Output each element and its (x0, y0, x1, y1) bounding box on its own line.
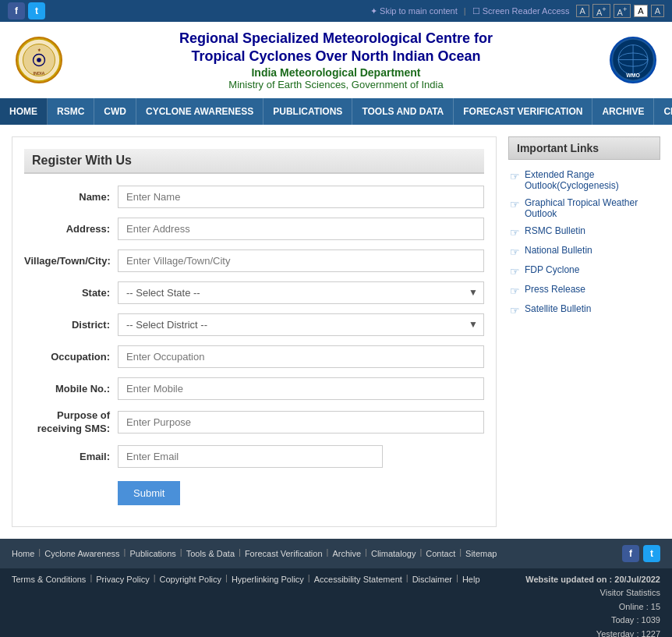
nav-home[interactable]: HOME (0, 98, 48, 125)
address-row: Address: (24, 218, 484, 240)
email-row: Email: (24, 445, 484, 468)
footer-home[interactable]: Home (12, 547, 34, 560)
footer-hyperlinking-policy[interactable]: Hyperlinking Policy (232, 573, 304, 586)
state-row: State: -- Select State -- ▼ (24, 281, 484, 304)
form-title: Register With Us (24, 149, 484, 174)
font-large[interactable]: A+ (614, 4, 631, 19)
footer-publications[interactable]: Publications (129, 547, 175, 560)
separator: | (464, 6, 466, 16)
site-title-line1: Regional Specialized Meteorological Cent… (78, 30, 594, 48)
wmo-logo: WMO (610, 37, 656, 83)
link-icon-7: ☞ (510, 304, 520, 317)
nav-forecast-verification[interactable]: FORECAST VERIFICATION (454, 98, 592, 125)
email-input[interactable] (118, 445, 383, 468)
sidebar-link-graphical[interactable]: ☞ Graphical Tropical Weather Outlook (508, 194, 660, 222)
district-row: District: -- Select District -- ▼ (24, 313, 484, 336)
address-label: Address: (24, 223, 110, 235)
site-title-line2: Tropical Cyclones Over North Indian Ocea… (78, 48, 594, 65)
occupation-input[interactable] (118, 345, 484, 368)
footer-cyclone-awareness[interactable]: Cyclone Awareness (44, 547, 119, 560)
district-label: District: (24, 319, 110, 331)
footer-facebook-icon[interactable]: f (622, 545, 639, 562)
site-header: ⚜ INDIA Regional Specialized Meteorologi… (0, 22, 672, 98)
link-icon-3: ☞ (510, 226, 520, 239)
nav-climatology[interactable]: CLIMATOLOGY (654, 98, 672, 125)
nav-tools-data[interactable]: TOOLS AND DATA (352, 98, 454, 125)
footer-bottom: Terms & Conditions | Privacy Policy | Co… (0, 568, 672, 637)
site-subtitle2: Ministry of Earth Sciences, Government o… (78, 79, 594, 90)
top-bar: f t ✦ Skip to main content | ☐ Screen Re… (0, 0, 672, 22)
sidebar-link-fdp-cyclone[interactable]: ☞ FDP Cyclone (508, 261, 660, 281)
footer-contact[interactable]: Contact (426, 547, 455, 560)
sidebar-link-press-release[interactable]: ☞ Press Release (508, 281, 660, 300)
svg-text:INDIA: INDIA (33, 71, 44, 76)
occupation-row: Occupation: (24, 345, 484, 368)
screen-reader-link[interactable]: ☐ Screen Reader Access (472, 6, 570, 16)
visitor-stats-title: Visitor Statistics (525, 586, 660, 600)
district-select[interactable]: -- Select District -- (118, 313, 484, 336)
name-input[interactable] (118, 186, 484, 208)
nav-publications[interactable]: PUBLICATIONS (263, 98, 352, 125)
name-label: Name: (24, 191, 110, 203)
footer-social: f t (622, 545, 660, 562)
skip-link[interactable]: ✦ Skip to main content (370, 6, 458, 16)
website-updated: Website updated on : 20/Jul/2022 (525, 573, 660, 587)
footer-tools-data[interactable]: Tools & Data (186, 547, 235, 560)
name-row: Name: (24, 186, 484, 208)
footer-accessibility-statement[interactable]: Accessibility Statement (314, 573, 402, 586)
mobile-input[interactable] (118, 377, 484, 400)
social-icons: f t (8, 2, 45, 19)
stat-yesterday: Yesterday : 1227 (525, 628, 660, 637)
footer-privacy-policy[interactable]: Privacy Policy (96, 573, 149, 586)
site-subtitle1: India Meteorological Department (78, 66, 594, 79)
sidebar-link-national-bulletin[interactable]: ☞ National Bulletin (508, 242, 660, 261)
nav-cwd[interactable]: CWD (94, 98, 136, 125)
footer-forecast-verification[interactable]: Forecast Verification (245, 547, 323, 560)
stat-today: Today : 1039 (525, 614, 660, 628)
state-select[interactable]: -- Select State -- (118, 281, 484, 304)
purpose-input[interactable] (118, 411, 484, 434)
register-form-section: Register With Us Name: Address: Village/… (12, 136, 497, 527)
nav-rsmc[interactable]: RSMC (48, 98, 94, 125)
facebook-icon[interactable]: f (8, 2, 25, 19)
village-row: Village/Town/City: (24, 249, 484, 272)
footer-help[interactable]: Help (462, 573, 480, 586)
sidebar-link-extended-range[interactable]: ☞ Extended Range Outlook(Cyclogenesis) (508, 166, 660, 194)
nav-archive[interactable]: ARCHIVE (592, 98, 654, 125)
sidebar-link-rsmc-bulletin[interactable]: ☞ RSMC Bulletin (508, 222, 660, 242)
stat-online: Online : 15 (525, 600, 660, 614)
village-label: Village/Town/City: (24, 255, 110, 267)
footer-sitemap[interactable]: Sitemap (465, 547, 497, 560)
footer-archive[interactable]: Archive (332, 547, 361, 560)
font-small[interactable]: A (576, 5, 589, 17)
footer-terms[interactable]: Terms & Conditions (12, 573, 86, 586)
main-layout: Register With Us Name: Address: Village/… (0, 125, 672, 539)
sidebar: Important Links ☞ Extended Range Outlook… (508, 136, 660, 527)
font-controls: A A+ A+ A A (576, 4, 664, 19)
mobile-row: Mobile No.: (24, 377, 484, 400)
sidebar-link-satellite-bulletin[interactable]: ☞ Satellite Bulletin (508, 300, 660, 320)
village-input[interactable] (118, 249, 484, 272)
link-icon-2: ☞ (510, 198, 520, 211)
link-icon-5: ☞ (510, 265, 520, 278)
footer-disclaimer[interactable]: Disclaimer (412, 573, 452, 586)
font-contrast[interactable]: A (634, 5, 647, 17)
footer-twitter-icon[interactable]: t (643, 545, 660, 562)
purpose-row: Purpose ofreceiving SMS: (24, 409, 484, 436)
font-medium[interactable]: A+ (592, 4, 610, 19)
footer-climatalogy[interactable]: Climatalogy (371, 547, 416, 560)
twitter-icon[interactable]: t (28, 2, 45, 19)
india-emblem: ⚜ INDIA (16, 37, 62, 83)
state-label: State: (24, 287, 110, 299)
nav-cyclone-awareness[interactable]: CYCLONE AWARENESS (136, 98, 263, 125)
email-label: Email: (24, 451, 110, 462)
purpose-label: Purpose ofreceiving SMS: (24, 409, 110, 436)
district-select-wrapper: -- Select District -- ▼ (118, 313, 484, 336)
font-reset[interactable]: A (651, 5, 664, 17)
submit-button[interactable]: Submit (118, 481, 180, 505)
footer-links-row2: Terms & Conditions | Privacy Policy | Co… (12, 573, 480, 586)
link-icon-1: ☞ (510, 170, 520, 182)
address-input[interactable] (118, 218, 484, 240)
footer-copyright-policy[interactable]: Copyright Policy (160, 573, 221, 586)
footer-links-row1-container: Home | Cyclone Awareness | Publications … (12, 547, 622, 560)
